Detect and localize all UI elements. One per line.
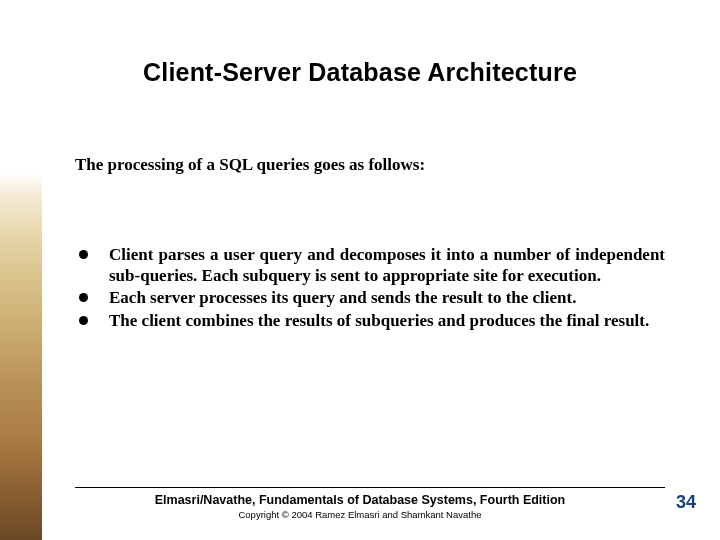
bullet-item: The client combines the results of subqu… bbox=[75, 311, 665, 332]
footer-copyright: Copyright © 2004 Ramez Elmasri and Shamk… bbox=[0, 509, 720, 520]
footer-main-text: Elmasri/Navathe, Fundamentals of Databas… bbox=[0, 493, 720, 507]
bullet-list: Client parses a user query and decompose… bbox=[75, 245, 665, 334]
bullet-item: Client parses a user query and decompose… bbox=[75, 245, 665, 286]
footer-divider bbox=[75, 487, 665, 488]
intro-text: The processing of a SQL queries goes as … bbox=[75, 155, 665, 175]
bullet-item: Each server processes its query and send… bbox=[75, 288, 665, 309]
slide-title: Client-Server Database Architecture bbox=[0, 58, 720, 87]
page-number: 34 bbox=[676, 492, 696, 513]
slide-content: Client-Server Database Architecture The … bbox=[0, 0, 720, 540]
